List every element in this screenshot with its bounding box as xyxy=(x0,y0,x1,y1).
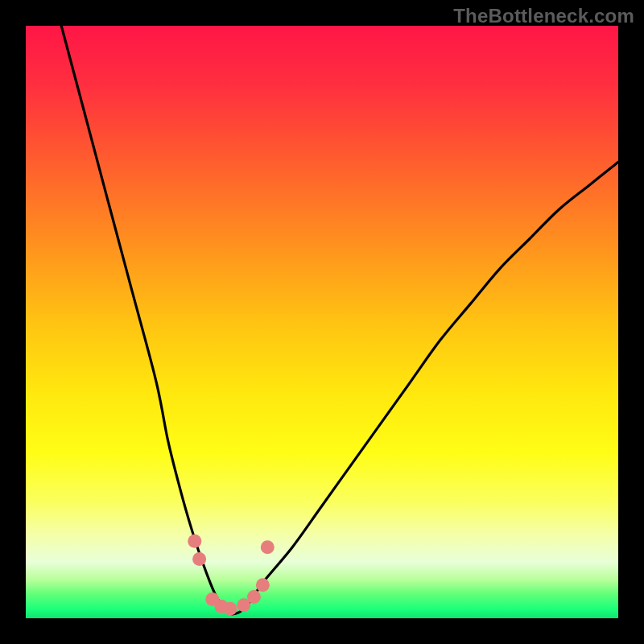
bottleneck-chart xyxy=(26,26,618,618)
chart-background xyxy=(26,26,618,618)
optimal-dot xyxy=(188,535,201,548)
optimal-dot xyxy=(256,578,270,592)
optimal-dot xyxy=(192,552,206,566)
optimal-dot xyxy=(223,602,237,616)
chart-frame xyxy=(26,26,618,618)
watermark-text: TheBottleneck.com xyxy=(453,5,634,27)
optimal-dot xyxy=(261,540,275,554)
optimal-dot xyxy=(247,590,261,604)
